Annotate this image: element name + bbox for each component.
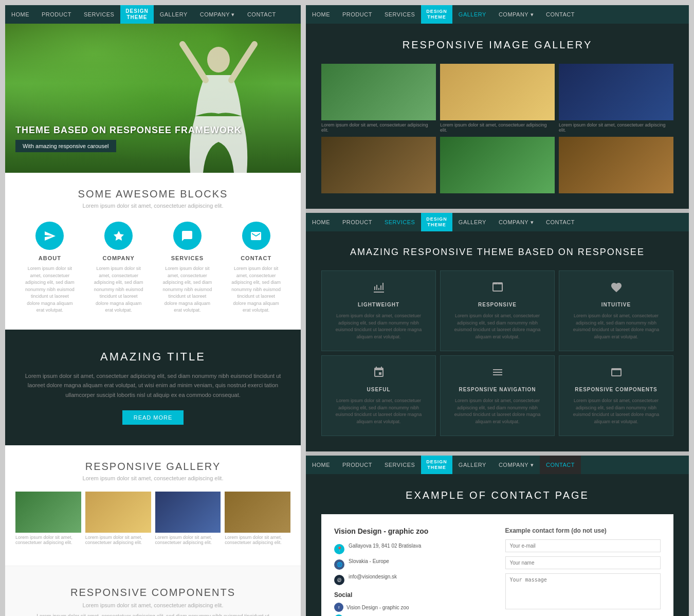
service-label-5: RESPONSIVE COMPONENTS [567, 387, 665, 392]
name-input[interactable] [505, 556, 661, 569]
rg-nav-contact[interactable]: CONTACT [540, 5, 581, 24]
service-desc-4: Lorem ipsum dolor sit amet, consectetuer… [448, 397, 546, 425]
service-desc-2: Lorem ipsum dolor sit amet, consectetuer… [567, 313, 665, 340]
components-body: Lorem ipsum dolor sit amet, consectetuer… [35, 612, 271, 616]
block-about-desc: Lorem ipsum dolor sit amet, consectetuer… [24, 265, 76, 314]
right-gallery-nav: HOME PRODUCT SERVICES DESIGNTHEME GALLER… [306, 5, 689, 24]
service-desc-1: Lorem ipsum dolor sit amet, consectetuer… [448, 313, 546, 340]
address-icon: 📍 [334, 544, 344, 554]
gallery-item-3[interactable]: Lorem ipsum dolor sit amet, consectetuer… [155, 492, 221, 545]
gallery-section-left: RESPONSIVE GALLERY Lorem ipsum dolor sit… [5, 445, 301, 566]
nav-company-left[interactable]: COMPANY ▾ [194, 5, 241, 24]
rc-nav-services[interactable]: SERVICES [378, 456, 421, 474]
grt-thumb-1 [321, 64, 436, 120]
rs-nav-product[interactable]: PRODUCT [336, 213, 378, 231]
grt-caption-1: Lorem ipsum dolor sit amet, consectetuer… [321, 122, 436, 133]
rc-nav-gallery[interactable]: GALLERY [452, 456, 492, 474]
nav-services-left[interactable]: SERVICES [78, 5, 120, 24]
responsive-icon [448, 281, 546, 297]
service-card-components: RESPONSIVE COMPONENTS Lorem ipsum dolor … [559, 355, 673, 436]
blocks-section: SOME AWESOME BLOCKS Lorem ipsum dolor si… [5, 173, 301, 330]
block-services-label: SERVICES [161, 255, 213, 261]
contact-left: Vision Design - graphic zoo 📍 Gallayova … [334, 527, 490, 616]
gallery-subtitle-left: Lorem ipsum dolor sit amet, consectetuer… [15, 475, 290, 481]
paper-plane-icon [44, 230, 56, 242]
nav-product-left[interactable]: PRODUCT [35, 5, 78, 24]
service-desc-0: Lorem ipsum dolor sit amet, consectetuer… [330, 313, 428, 340]
gallery-page-title: RESPONSIVE IMAGE GALLERY [321, 39, 673, 51]
grt-item-6[interactable] [559, 137, 673, 193]
gallery-item-4[interactable]: Lorem ipsum dolor sit amet, consectetuer… [225, 492, 290, 545]
email-input[interactable] [505, 539, 661, 552]
grt-item-2[interactable]: Lorem ipsum dolor sit amet, consectetuer… [440, 64, 555, 133]
services-page-title: AMAZING RESPONSIVE THEME BASED ON RESPON… [321, 247, 673, 258]
rg-nav-services[interactable]: SERVICES [378, 5, 421, 24]
read-more-button[interactable]: READ MORE [122, 410, 184, 425]
block-contact-label: CONTACT [230, 255, 282, 261]
grt-thumb-6 [559, 137, 673, 193]
rg-nav-product[interactable]: PRODUCT [336, 5, 378, 24]
rg-nav-company[interactable]: COMPANY ▾ [492, 5, 540, 24]
gallery-page: HOME PRODUCT SERVICES DESIGNTHEME GALLER… [306, 5, 689, 209]
rc-nav-design-theme[interactable]: DESIGNTHEME [421, 456, 452, 474]
divider-2 [306, 451, 689, 456]
rs-nav-services[interactable]: SERVICES [378, 213, 421, 231]
service-label-0: LIGHTWEIGHT [330, 302, 428, 307]
service-card-responsive: RESPONSIVE Lorem ipsum dolor sit amet, c… [440, 270, 555, 351]
about-icon-circle [35, 222, 64, 250]
block-contact: CONTACT Lorem ipsum dolor sit amet, cons… [230, 222, 282, 314]
block-about: ABOUT Lorem ipsum dolor sit amet, consec… [24, 222, 76, 314]
rs-nav-design-theme[interactable]: DESIGNTHEME [421, 213, 452, 231]
rc-nav-contact[interactable]: CONTACT [540, 456, 581, 474]
rg-nav-home[interactable]: HOME [306, 5, 336, 24]
nav-gallery-left[interactable]: GALLERY [154, 5, 194, 24]
envelope-icon [250, 230, 262, 242]
dark-title: AMAZING TITLE [21, 350, 285, 364]
rg-nav-gallery[interactable]: GALLERY [452, 5, 492, 24]
gallery-thumb-4 [225, 492, 290, 533]
block-company-label: COMPANY [93, 255, 144, 261]
gallery-page-content: RESPONSIVE IMAGE GALLERY Lorem ipsum dol… [306, 24, 689, 209]
hero-button[interactable]: With amazing responsive carousel [15, 140, 116, 152]
nav-icon [448, 366, 546, 382]
rc-nav-home[interactable]: HOME [306, 456, 336, 474]
rs-nav-company[interactable]: COMPANY ▾ [492, 213, 540, 231]
grt-item-3[interactable]: Lorem ipsum dolor sit amet, consectetuer… [559, 64, 673, 133]
rg-nav-design-theme[interactable]: DESIGNTHEME [421, 5, 452, 24]
rs-nav-home[interactable]: HOME [306, 213, 336, 231]
nav-home-left[interactable]: HOME [5, 5, 35, 24]
nav-contact-left[interactable]: CONTACT [241, 5, 282, 24]
grt-thumb-5 [440, 137, 555, 193]
rc-nav-company[interactable]: COMPANY ▾ [492, 456, 540, 474]
grt-item-1[interactable]: Lorem ipsum dolor sit amet, consectetuer… [321, 64, 436, 133]
rs-nav-contact[interactable]: CONTACT [540, 213, 581, 231]
service-card-nav: RESPONSIVE NAVIGATION Lorem ipsum dolor … [440, 355, 555, 436]
blocks-grid: ABOUT Lorem ipsum dolor sit amet, consec… [15, 222, 290, 314]
service-label-3: USEFUL [330, 387, 428, 392]
message-textarea[interactable] [505, 573, 661, 609]
contact-country: Slovakia - Europe [349, 558, 389, 564]
grt-item-5[interactable] [440, 137, 555, 193]
service-card-useful: USEFUL Lorem ipsum dolor sit amet, conse… [321, 355, 436, 436]
gallery-item-1[interactable]: Lorem ipsum dolor sit amet, consectetuer… [15, 492, 81, 545]
grt-caption-2: Lorem ipsum dolor sit amet, consectetuer… [440, 122, 555, 133]
star-icon [113, 230, 125, 242]
contact-email: info@visiondesign.sk [349, 574, 397, 579]
rc-nav-product[interactable]: PRODUCT [336, 456, 378, 474]
nav-design-theme-left[interactable]: DESIGNTHEME [120, 5, 153, 24]
gallery-thumb-3 [155, 492, 221, 533]
block-company: COMPANY Lorem ipsum dolor sit amet, cons… [93, 222, 144, 314]
social-label: Social [334, 591, 490, 599]
lightweight-icon [330, 281, 428, 297]
grt-thumb-4 [321, 137, 436, 193]
blocks-title: SOME AWESOME BLOCKS [15, 188, 290, 200]
gallery-item-2[interactable]: Lorem ipsum dolor sit amet, consectetuer… [85, 492, 151, 545]
contact-page: HOME PRODUCT SERVICES DESIGNTHEME GALLER… [306, 456, 689, 616]
grt-item-4[interactable] [321, 137, 436, 193]
services-page-content: AMAZING RESPONSIVE THEME BASED ON RESPON… [306, 231, 689, 451]
grt-thumb-2 [440, 64, 555, 120]
svg-point-0 [207, 47, 230, 73]
rs-nav-gallery[interactable]: GALLERY [452, 213, 492, 231]
gallery-caption-4: Lorem ipsum dolor sit amet, consectetuer… [225, 535, 290, 545]
gallery-caption-3: Lorem ipsum dolor sit amet, consectetuer… [155, 535, 221, 545]
